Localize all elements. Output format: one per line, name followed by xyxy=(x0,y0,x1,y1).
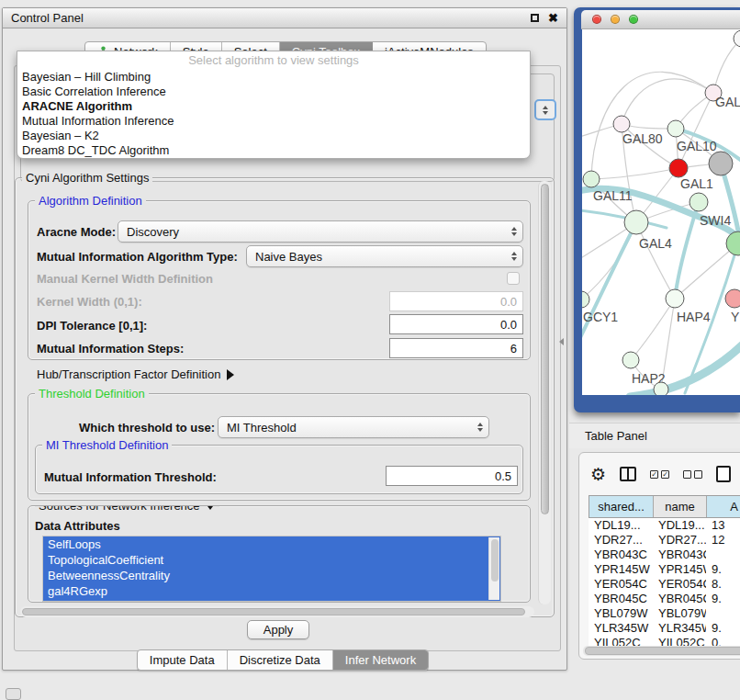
network-edge[interactable] xyxy=(675,202,699,299)
combo-arrows-icon xyxy=(472,423,483,432)
export-table-icon[interactable] xyxy=(716,466,731,482)
table-panel-title: Table Panel xyxy=(585,429,647,443)
network-node[interactable] xyxy=(709,152,733,175)
network-node[interactable] xyxy=(734,30,740,47)
network-node-label: GAL10 xyxy=(677,139,717,153)
gear-icon[interactable]: ⚙ xyxy=(590,466,606,483)
mi-threshold-field[interactable]: 0.5 xyxy=(386,466,518,486)
network-canvas[interactable]: GALGAL80GAL10GAL1GAL11SWI4GAL4GCY1HAP4YH… xyxy=(582,29,740,395)
combo-arrows-icon xyxy=(506,227,517,236)
network-edge[interactable] xyxy=(582,222,636,299)
network-edge[interactable] xyxy=(630,336,740,395)
network-node[interactable] xyxy=(583,171,600,187)
select-all-checks-icon[interactable]: ✓✓ xyxy=(650,470,669,479)
table-rows: YDL19...YDL19...13 YDR27...YDR27...12 YB… xyxy=(589,518,740,650)
attribute-item[interactable]: TopologicalCoefficient xyxy=(43,552,500,568)
minimize-traffic-light[interactable] xyxy=(611,15,620,24)
hub-tf-definition-expander[interactable]: Hub/Transcription Factor Definition xyxy=(37,367,234,381)
table-header-row: shared... name A xyxy=(589,495,740,518)
column-header-partial[interactable]: A xyxy=(707,496,740,517)
network-node[interactable] xyxy=(654,382,668,395)
network-node[interactable] xyxy=(666,289,684,308)
network-node[interactable] xyxy=(622,352,639,368)
threshold-definition-title: Threshold Definition xyxy=(35,387,149,401)
network-window-titlebar xyxy=(581,10,740,29)
kernel-width-field[interactable]: 0.0 xyxy=(389,291,523,311)
network-node-label: GAL xyxy=(715,95,740,109)
attribute-item[interactable]: BetweennessCentrality xyxy=(43,568,500,583)
tab-infer-network[interactable]: Infer Network xyxy=(333,650,428,670)
mi-steps-label: Mutual Information Steps: xyxy=(37,342,184,356)
algorithm-dropdown-popup: Select algorithm to view settings Bayesi… xyxy=(17,51,531,159)
tab-impute-data[interactable]: Impute Data xyxy=(138,650,228,670)
settings-vertical-scrollbar-thumb[interactable] xyxy=(541,184,549,514)
attribute-item[interactable]: gal4RGexp xyxy=(43,583,500,599)
network-edge[interactable] xyxy=(631,299,675,360)
table-row[interactable]: YBL079WYBL079W xyxy=(589,606,740,621)
network-node[interactable] xyxy=(613,116,630,132)
network-edge[interactable] xyxy=(713,39,740,93)
network-edge[interactable] xyxy=(591,72,713,179)
float-window-icon[interactable] xyxy=(531,14,539,22)
tab-discretize-data[interactable]: Discretize Data xyxy=(228,650,333,670)
network-canvas-svg: GALGAL80GAL10GAL1GAL11SWI4GAL4GCY1HAP4YH… xyxy=(582,29,740,395)
algorithm-option[interactable]: Basic Correlation Inference xyxy=(17,85,530,99)
deselect-all-checks-icon[interactable] xyxy=(683,470,702,479)
algorithm-option-selected[interactable]: ARACNE Algorithm xyxy=(17,99,530,114)
settings-horizontal-scrollbar[interactable] xyxy=(20,606,534,617)
table-row[interactable]: YDR27...YDR27...12 xyxy=(589,533,740,548)
table-horizontal-scrollbar[interactable] xyxy=(583,646,740,656)
table-horizontal-scrollbar-thumb[interactable] xyxy=(585,647,740,655)
column-header-name[interactable]: name xyxy=(654,496,707,517)
table-row[interactable]: YDL19...YDL19...13 xyxy=(589,518,740,533)
which-threshold-combo[interactable]: MI Threshold xyxy=(218,416,489,438)
network-node[interactable] xyxy=(725,289,740,308)
network-edge[interactable] xyxy=(582,222,636,349)
column-header-shared[interactable]: shared... xyxy=(589,496,654,517)
split-pane-collapse-arrow[interactable] xyxy=(559,338,564,345)
dpi-tolerance-field[interactable]: 0.0 xyxy=(389,314,523,334)
network-edge[interactable] xyxy=(636,222,675,299)
algorithm-combo-focus-fragment[interactable] xyxy=(534,99,556,120)
network-edge[interactable] xyxy=(591,168,678,179)
settings-horizontal-scrollbar-thumb[interactable] xyxy=(22,608,525,615)
sources-group-title[interactable]: Sources for Network Inference xyxy=(35,505,219,513)
attributes-scrollbar-thumb[interactable] xyxy=(491,539,499,581)
table-row[interactable]: YPR145WYPR145W9. xyxy=(589,562,740,577)
network-node[interactable] xyxy=(669,159,688,177)
close-traffic-light[interactable] xyxy=(592,15,601,24)
settings-vertical-scrollbar[interactable] xyxy=(538,181,551,604)
network-edge[interactable] xyxy=(622,79,713,124)
mi-algorithm-type-combo[interactable]: Naive Bayes xyxy=(246,245,523,267)
algorithm-option[interactable]: Bayesian – Hill Climbing xyxy=(17,70,530,85)
dpi-tolerance-label: DPI Tolerance [0,1]: xyxy=(37,319,147,333)
network-node[interactable] xyxy=(690,193,708,211)
zoom-traffic-light[interactable] xyxy=(629,15,638,24)
network-node[interactable] xyxy=(624,210,648,234)
algorithm-option[interactable]: Dream8 DC_TDC Algorithm xyxy=(17,143,530,158)
table-toolbar: ⚙ ✓✓ xyxy=(590,460,740,488)
panel-mini-button[interactable] xyxy=(6,688,21,700)
attributes-scrollbar[interactable] xyxy=(488,537,499,600)
attribute-item[interactable]: SelfLoops xyxy=(43,536,500,552)
algorithm-option[interactable]: Bayesian – K2 xyxy=(17,129,530,143)
close-window-icon[interactable]: ✖ xyxy=(548,12,558,24)
network-node-label: GAL80 xyxy=(622,131,663,146)
manual-kernel-checkbox[interactable] xyxy=(507,272,520,285)
aracne-mode-combo[interactable]: Discovery xyxy=(118,220,523,243)
columns-icon[interactable] xyxy=(620,467,636,481)
hub-tf-definition-label: Hub/Transcription Factor Definition xyxy=(37,367,220,381)
apply-button[interactable]: Apply xyxy=(247,620,309,639)
algorithm-placeholder: Select algorithm to view settings xyxy=(17,51,530,70)
mi-threshold-label: Mutual Information Threshold: xyxy=(44,470,217,484)
settings-group-title: Cyni Algorithm Settings xyxy=(22,171,152,185)
table-row[interactable]: YBR045CYBR045C9. xyxy=(589,592,740,606)
table-row[interactable]: YLR345WYLR345W9. xyxy=(589,621,740,636)
table-row[interactable]: YBR043CYBR043C xyxy=(589,548,740,562)
mi-steps-field[interactable]: 6 xyxy=(389,338,523,358)
table-row[interactable]: YER054CYER054C8. xyxy=(589,577,740,592)
which-threshold-label: Which threshold to use: xyxy=(79,421,215,435)
network-node[interactable] xyxy=(667,120,684,137)
network-node-label: HAP4 xyxy=(677,310,711,324)
algorithm-option[interactable]: Mutual Information Inference xyxy=(17,114,530,129)
